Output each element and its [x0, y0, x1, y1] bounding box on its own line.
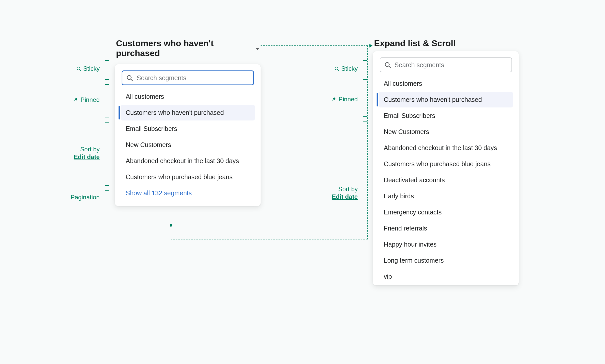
- segment-dropdown-panel: All customersCustomers who haven't purch…: [115, 64, 261, 206]
- segment-item[interactable]: All customers: [379, 76, 513, 91]
- segment-item[interactable]: Customers who haven't purchased: [121, 105, 255, 120]
- segment-item[interactable]: Customers who purchased blue jeans: [121, 169, 255, 185]
- search-icon: [384, 62, 391, 68]
- segment-dropdown-trigger[interactable]: Customers who haven't purchased: [115, 38, 261, 61]
- expanded-state: Expand list & Scroll All customersCustom…: [373, 38, 519, 285]
- segment-item[interactable]: Deactivated accounts: [379, 172, 513, 188]
- segment-item[interactable]: Friend referrals: [379, 221, 513, 236]
- svg-point-4: [385, 63, 389, 67]
- segment-item[interactable]: Early birds: [379, 188, 513, 204]
- search-icon: [126, 75, 133, 81]
- annotation-sort-by: Sort by: [338, 185, 358, 193]
- annotation-sticky: Sticky: [83, 65, 100, 72]
- show-all-link[interactable]: Show all 132 segments: [121, 185, 255, 201]
- svg-line-7: [338, 70, 339, 71]
- segment-item[interactable]: Abandoned checkout in the last 30 days: [121, 153, 255, 169]
- svg-point-6: [335, 67, 338, 70]
- annotation-sticky: Sticky: [341, 65, 358, 72]
- segment-list: All customersCustomers who haven't purch…: [119, 89, 257, 185]
- expanded-title: Expand list & Scroll: [373, 38, 519, 48]
- annotation-pinned: Pinned: [339, 95, 358, 103]
- segment-item[interactable]: Long term customers: [379, 253, 513, 268]
- search-row-expanded: [380, 57, 512, 72]
- annotation-edit-date[interactable]: Edit date: [74, 153, 100, 161]
- svg-line-1: [131, 79, 133, 81]
- pin-icon: [73, 97, 78, 102]
- compact-state: Customers who haven't purchased All cust…: [115, 38, 261, 206]
- caret-down-icon: [255, 48, 260, 50]
- connector: [171, 225, 171, 239]
- annotation-edit-date[interactable]: Edit date: [332, 193, 358, 201]
- dropdown-trigger-label: Customers who haven't purchased: [116, 38, 251, 58]
- connector: [171, 239, 367, 239]
- annotation-pagination: Pagination: [71, 193, 100, 201]
- svg-line-5: [389, 66, 391, 68]
- segment-item[interactable]: Abandoned checkout in the last 30 days: [379, 140, 513, 156]
- segment-item[interactable]: Emergency contacts: [379, 204, 513, 220]
- search-input-expanded[interactable]: [380, 57, 512, 72]
- segment-item[interactable]: New Customers: [121, 137, 255, 153]
- segment-dropdown-panel-expanded: All customersCustomers who haven't purch…: [373, 51, 519, 285]
- segment-item[interactable]: Email Subscribers: [379, 108, 513, 124]
- segment-item[interactable]: Customers who purchased blue jeans: [379, 156, 513, 172]
- connector: [367, 45, 368, 239]
- svg-line-3: [80, 70, 81, 71]
- segment-item[interactable]: vip: [379, 269, 513, 284]
- segment-item[interactable]: All customers: [121, 89, 255, 104]
- segment-item[interactable]: Happy hour invites: [379, 237, 513, 252]
- annotation-pinned: Pinned: [80, 96, 100, 104]
- annotation-sort-by: Sort by: [80, 145, 100, 153]
- search-input[interactable]: [122, 70, 254, 85]
- pin-icon: [331, 97, 336, 102]
- search-row: [122, 70, 254, 85]
- search-icon: [76, 66, 81, 71]
- segment-item[interactable]: Customers who haven't purchased: [379, 92, 513, 107]
- segment-item[interactable]: New Customers: [379, 124, 513, 140]
- svg-point-0: [127, 76, 131, 80]
- segment-list-expanded[interactable]: All customersCustomers who haven't purch…: [377, 76, 515, 284]
- arrowhead-icon: [369, 44, 373, 47]
- connector: [261, 45, 370, 46]
- search-icon: [334, 66, 339, 71]
- svg-point-2: [77, 67, 80, 70]
- segment-item[interactable]: Email Subscribers: [121, 121, 255, 137]
